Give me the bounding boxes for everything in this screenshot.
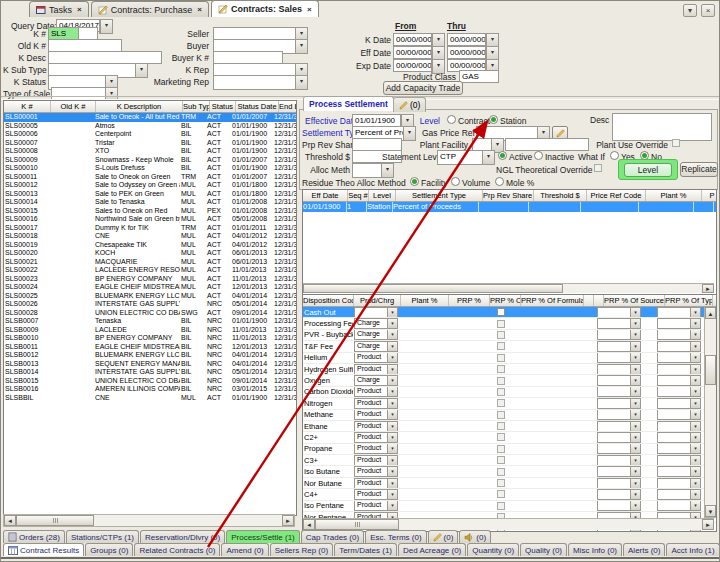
- chevron-down-icon[interactable]: [630, 365, 640, 374]
- ngl-theoretical-override-checkbox[interactable]: [594, 164, 602, 172]
- tab-related-contracts[interactable]: Related Contracts (0): [134, 543, 220, 556]
- prod-chrg-select[interactable]: Product: [354, 501, 398, 511]
- prp-pct-of-checkbox[interactable]: [497, 354, 505, 362]
- prp-pct-of-type-select[interactable]: [657, 444, 701, 454]
- alloc-meth-select[interactable]: [352, 163, 394, 178]
- column-header[interactable]: Seq #: [348, 190, 369, 201]
- scroll-thumb[interactable]: [315, 519, 399, 530]
- prp-pct-of-checkbox[interactable]: [497, 365, 505, 373]
- column-header[interactable]: Status: [210, 101, 236, 112]
- prp-pct-of-source-select[interactable]: [597, 421, 641, 431]
- chevron-down-icon[interactable]: [630, 319, 640, 328]
- disposition-row[interactable]: Carbon DioxideProduct: [303, 387, 716, 398]
- contract-row[interactable]: SLS00024EAGLE CHEIF MIDSTREAM LMULACT12/…: [4, 283, 296, 292]
- column-header[interactable]: Level: [369, 190, 396, 201]
- prp-pct-of-source-select[interactable]: [597, 444, 641, 454]
- prp-pct-of-type-select[interactable]: [657, 410, 701, 420]
- disposition-row[interactable]: PVR - BuybackCharge: [303, 330, 716, 341]
- column-header[interactable]: P: [702, 190, 717, 201]
- k-date-thru-field[interactable]: 00/00/0000: [447, 33, 489, 46]
- contract-row[interactable]: SLSB0012BLUEMARK ENERGY LLCBILNRC04/01/2…: [4, 351, 296, 360]
- column-header[interactable]: End Eff Dt: [279, 101, 297, 112]
- prp-pct-of-source-select[interactable]: [597, 387, 641, 397]
- contract-row[interactable]: SLSB0015UNION ELECTRIC CO DBA AIBILNRC09…: [4, 377, 296, 386]
- contract-row[interactable]: SLSB0013SEQUENT ENERGY MANAGBILNRC04/01/…: [4, 360, 296, 369]
- active-radio[interactable]: [498, 151, 507, 160]
- contract-row[interactable]: SLS00028UNION ELECTRIC CO DBA AISWGACT09…: [4, 309, 296, 318]
- tab-term-dates[interactable]: Term/Dates (1): [334, 543, 397, 556]
- scroll-right-icon[interactable]: [702, 284, 714, 293]
- prod-chrg-select[interactable]: Product: [354, 421, 398, 431]
- eff-date-from-field[interactable]: 00/00/0000: [393, 46, 435, 59]
- chevron-down-icon[interactable]: [690, 353, 700, 362]
- tab-alerts[interactable]: Alerts (0): [623, 543, 665, 556]
- disposition-row[interactable]: NitrogenProduct: [303, 398, 716, 409]
- prp-pct-of-checkbox[interactable]: [497, 331, 505, 339]
- residue-volume-radio[interactable]: [451, 177, 460, 186]
- contract-row[interactable]: SLSB0009LACLEDEBILNRC11/01/201312/31/300…: [4, 326, 296, 335]
- chevron-down-icon[interactable]: [630, 399, 640, 408]
- prod-chrg-select[interactable]: Product: [354, 455, 398, 465]
- prod-chrg-select[interactable]: Product: [354, 353, 398, 363]
- level-button[interactable]: Level: [624, 163, 672, 177]
- prp-pct-of-type-select[interactable]: [657, 421, 701, 431]
- tab-close-icon[interactable]: ×: [197, 5, 202, 14]
- prp-pct-of-source-select[interactable]: [597, 353, 641, 363]
- prp-pct-of-checkbox[interactable]: [497, 422, 505, 430]
- chevron-down-icon[interactable]: [690, 490, 700, 499]
- chevron-down-icon[interactable]: [295, 76, 307, 89]
- chevron-down-icon[interactable]: [630, 422, 640, 431]
- contract-row[interactable]: SLS00005AtmosBILACT01/01/190012/31/3000: [4, 122, 296, 131]
- prp-pct-of-checkbox[interactable]: [497, 479, 505, 487]
- prp-pct-of-source-select[interactable]: [597, 318, 641, 328]
- disposition-row[interactable]: C3+Product: [303, 455, 716, 466]
- tab-stations-ctps[interactable]: Stations/CTPs (1): [66, 530, 139, 543]
- chevron-down-icon[interactable]: [690, 433, 700, 442]
- chevron-down-icon[interactable]: [690, 330, 700, 339]
- prp-pct-of-type-select[interactable]: [657, 387, 701, 397]
- chevron-down-icon[interactable]: [630, 410, 640, 419]
- prod-chrg-select[interactable]: Charge: [354, 318, 398, 328]
- chevron-down-icon[interactable]: [690, 501, 700, 510]
- prp-pct-of-type-select[interactable]: [657, 307, 701, 317]
- prod-chrg-select[interactable]: Charge: [354, 375, 398, 385]
- chevron-down-icon[interactable]: [387, 387, 397, 396]
- prp-pct-of-source-select[interactable]: [597, 501, 641, 511]
- chevron-down-icon[interactable]: [482, 151, 494, 164]
- scroll-thumb[interactable]: [705, 355, 716, 385]
- prp-pct-of-source-select[interactable]: [597, 364, 641, 374]
- chevron-down-icon[interactable]: [690, 342, 700, 351]
- tab-misc-info[interactable]: Misc Info (0): [568, 543, 622, 556]
- prp-pct-of-checkbox[interactable]: [497, 388, 505, 396]
- plant-facility-field[interactable]: [505, 138, 589, 151]
- chevron-down-icon[interactable]: [387, 330, 397, 339]
- contract-row[interactable]: SLS00010S-Louis DrefussBILACT01/01/19001…: [4, 164, 296, 173]
- disposition-hscrollbar[interactable]: [303, 518, 714, 530]
- prp-pct-of-source-select[interactable]: [597, 489, 641, 499]
- scroll-thumb[interactable]: [16, 515, 94, 526]
- chevron-down-icon[interactable]: [690, 410, 700, 419]
- chevron-down-icon[interactable]: [690, 399, 700, 408]
- contract-row[interactable]: SLS00019Chesapeake TIKMULACT04/01/201212…: [4, 241, 296, 250]
- prp-pct-of-source-select[interactable]: [597, 478, 641, 488]
- prp-pct-of-checkbox[interactable]: [497, 433, 505, 441]
- contract-row[interactable]: SLS00014Sale to TenaskaMULACT01/01/20081…: [4, 198, 296, 207]
- chevron-down-icon[interactable]: [387, 399, 397, 408]
- prod-chrg-select[interactable]: Product: [354, 478, 398, 488]
- chevron-down-icon[interactable]: [690, 422, 700, 431]
- disposition-row[interactable]: T&F FeeCharge: [303, 341, 716, 352]
- chevron-down-icon[interactable]: [690, 376, 700, 385]
- prod-chrg-select[interactable]: Charge: [354, 307, 398, 317]
- chevron-down-icon[interactable]: [100, 20, 112, 33]
- contract-row[interactable]: SLS00013Sale to PEK on GreenMULACT01/01/…: [4, 190, 296, 199]
- contract-row[interactable]: SLS00023BP ENERGY COMPANYMULACT11/01/201…: [4, 275, 296, 284]
- chevron-down-icon[interactable]: [690, 319, 700, 328]
- column-header[interactable]: Threshold $: [534, 190, 587, 201]
- prp-pct-of-checkbox[interactable]: [497, 342, 505, 350]
- prp-pct-of-type-select[interactable]: [657, 353, 701, 363]
- chevron-down-icon[interactable]: [690, 308, 700, 317]
- disposition-row[interactable]: Processing FeeCharge: [303, 318, 716, 329]
- replicate-button[interactable]: Replicate: [680, 162, 718, 177]
- contract-row[interactable]: SLSB0016AMEREN ILLINOIS COMPANYBILNRC03/…: [4, 385, 296, 394]
- prp-pct-of-type-select[interactable]: [657, 478, 701, 488]
